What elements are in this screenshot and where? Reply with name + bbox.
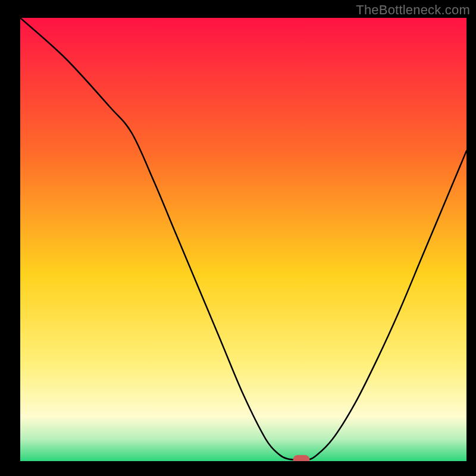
chart-frame: { "watermark": "TheBottleneck.com", "col…: [0, 0, 476, 476]
optimal-marker: [293, 455, 310, 465]
plot-svg: [0, 0, 476, 476]
watermark-text: TheBottleneck.com: [356, 2, 470, 18]
